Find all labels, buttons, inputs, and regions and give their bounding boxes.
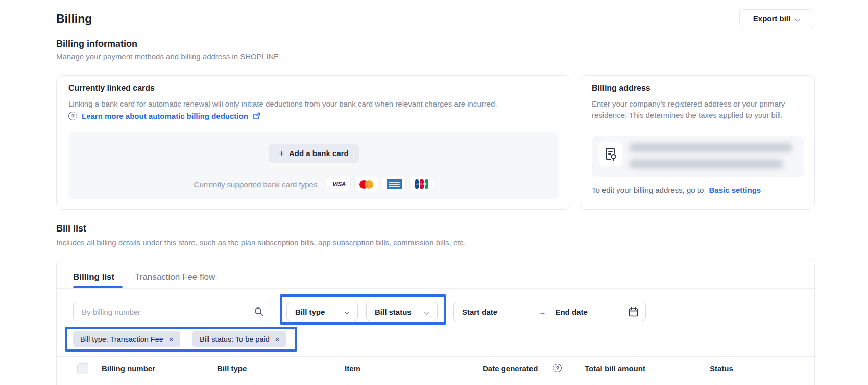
bill-status-dropdown-label: Bill status xyxy=(375,307,412,316)
tab-transaction-fee-flow[interactable]: Transaction Fee flow xyxy=(135,272,215,283)
address-document-icon xyxy=(599,142,622,166)
column-header-billing-number: Billing number xyxy=(102,364,155,373)
search-placeholder: By billing number xyxy=(82,307,140,316)
column-header-bill-type: Bill type xyxy=(217,364,247,373)
billing-address-panel xyxy=(592,136,804,177)
date-range-picker[interactable]: Start date → End date xyxy=(453,302,646,321)
table-header-bottom-divider xyxy=(57,383,814,383)
bill-type-dropdown-label: Bill type xyxy=(295,307,325,316)
bill-list-heading: Bill list xyxy=(56,223,86,234)
close-icon[interactable]: ✕ xyxy=(168,336,174,343)
start-date-field[interactable]: Start date xyxy=(462,307,497,316)
billing-address-card: Billing address Enter your company’s reg… xyxy=(580,75,815,210)
billing-information-subheading: Manage your payment methods and billing … xyxy=(56,52,279,61)
billing-information-heading: Billing information xyxy=(56,39,137,49)
learn-more-link[interactable]: Learn more about automatic billing deduc… xyxy=(82,112,248,120)
calendar-icon xyxy=(629,307,638,317)
column-header-total-bill-amount: Total bill amount xyxy=(585,364,645,373)
visa-icon: VISA xyxy=(327,176,351,192)
chevron-down-icon xyxy=(795,16,801,21)
close-icon[interactable]: ✕ xyxy=(275,336,280,343)
redacted-address-line xyxy=(630,143,792,152)
billing-address-footer-text: To edit your billing address, go to xyxy=(592,186,704,194)
help-circle-icon: ? xyxy=(68,112,77,120)
date-generated-help-icon[interactable]: ? xyxy=(553,364,562,372)
external-link-icon xyxy=(253,112,260,120)
active-tab-indicator xyxy=(73,286,123,288)
bill-list-subheading: Includes all billing details under this … xyxy=(56,238,466,247)
filter-chip-label: Bill type: Transaction Fee xyxy=(80,335,163,343)
column-header-item: Item xyxy=(345,364,360,373)
filter-chip-bill-status[interactable]: Bill status: To be paid ✕ xyxy=(192,331,286,347)
linked-cards-card: Currently linked cards Linking a bank ca… xyxy=(56,75,570,210)
billing-page: Billing Export bill Billing information … xyxy=(0,0,868,385)
export-bill-button[interactable]: Export bill xyxy=(739,9,814,28)
select-all-checkbox[interactable] xyxy=(77,363,88,374)
tabs-divider xyxy=(57,288,814,289)
basic-settings-link[interactable]: Basic settings xyxy=(709,186,761,194)
chevron-down-icon xyxy=(425,309,430,314)
linked-cards-description: Linking a bank card for automatic renewa… xyxy=(68,99,559,108)
add-bank-card-label: Add a bank card xyxy=(289,149,349,158)
amex-icon xyxy=(382,176,406,192)
supported-card-types-label: Currently supported bank card types xyxy=(194,180,318,189)
tab-billing-list[interactable]: Billing list xyxy=(73,272,114,283)
search-input[interactable]: By billing number xyxy=(73,302,271,321)
linked-cards-title: Currently linked cards xyxy=(68,84,155,93)
end-date-field[interactable]: End date xyxy=(555,307,587,316)
jcb-icon: JCB xyxy=(409,176,433,192)
mastercard-icon xyxy=(354,176,378,192)
plus-icon: + xyxy=(279,149,284,158)
bill-status-dropdown[interactable]: Bill status xyxy=(366,302,438,321)
billing-address-description: Enter your company’s registered address … xyxy=(592,98,805,121)
linked-cards-panel: + Add a bank card Currently supported ba… xyxy=(68,132,559,199)
page-title: Billing xyxy=(56,12,92,26)
billing-address-footer: To edit your billing address, go to Basi… xyxy=(592,186,761,194)
table-header-top-divider xyxy=(57,356,814,357)
billing-address-title: Billing address xyxy=(592,84,650,93)
column-header-status: Status xyxy=(710,364,733,373)
bill-type-dropdown[interactable]: Bill type xyxy=(286,302,358,321)
export-bill-label: Export bill xyxy=(753,14,790,23)
chevron-down-icon xyxy=(345,309,350,314)
search-icon xyxy=(254,307,263,316)
redacted-address-line xyxy=(630,160,783,168)
arrow-right-icon: → xyxy=(538,307,546,316)
filter-chip-label: Bill status: To be paid xyxy=(200,335,270,343)
add-bank-card-button[interactable]: + Add a bank card xyxy=(269,144,358,163)
column-header-date-generated: Date generated xyxy=(483,364,538,373)
filter-chip-bill-type[interactable]: Bill type: Transaction Fee ✕ xyxy=(73,331,180,347)
